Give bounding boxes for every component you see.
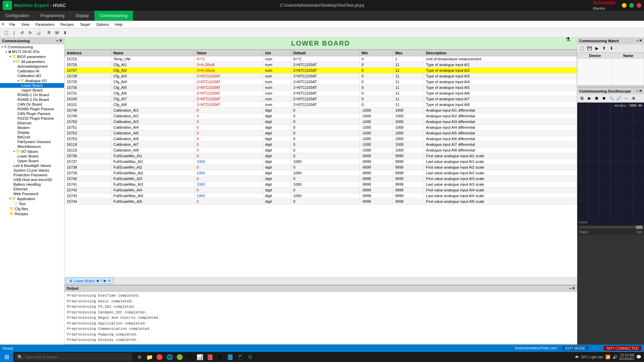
tree-item-commissioning[interactable]: ▾ ⚙ Commissioning — [0, 44, 64, 49]
cell-value[interactable]: 0 — [195, 187, 263, 193]
tree-item-can-plugin[interactable]: CAN Plugin Passive — [0, 111, 64, 116]
tree-item-bacnet[interactable]: BACnet — [0, 135, 64, 139]
search-bar[interactable]: 🔍 — [15, 353, 132, 361]
cell-value[interactable]: 0 — [195, 113, 263, 119]
tree-item-rs485-1[interactable]: RS485-1 On Board — [0, 93, 64, 97]
tree-item-misc[interactable]: Miscellaneous — [0, 144, 64, 149]
osc-icon-stop[interactable]: ⏹ — [593, 95, 600, 102]
watch-icon-3[interactable]: ▶ — [593, 45, 600, 52]
table-row[interactable]: 15729Cfg_AI42=NTC(103ATnum2=NTC(103AT011… — [65, 79, 577, 85]
table-row[interactable]: 16100Cfg_AI72=NTC(103ATnum2=NTC(103AT011… — [65, 96, 577, 102]
tree-item-usb-host[interactable]: USB-Host and microSD — [0, 177, 64, 182]
table-row[interactable]: 15726Cfg_AI13=4÷20mAnum2=NTC(103AT011Typ… — [65, 62, 577, 68]
table-row[interactable]: 15750Calibration_AI30digit0-10001000Anal… — [65, 119, 577, 125]
cell-value[interactable]: 3=4÷20mA — [195, 68, 263, 73]
osc-icon-pan[interactable]: ↔ — [623, 95, 630, 102]
tree-item-upper-board[interactable]: Upper Board — [0, 88, 64, 93]
menu-file[interactable]: File — [7, 22, 18, 27]
cell-value[interactable]: 2=NTC(103AT — [195, 73, 263, 79]
tree-item-recipes[interactable]: 📁 Recipes — [0, 211, 64, 216]
cell-value[interactable]: 1000 — [195, 182, 263, 187]
table-row[interactable]: 15737FullScaleMax_AI11000digit1000-99999… — [65, 159, 577, 165]
lower-board-close[interactable]: ✕ — [108, 279, 111, 283]
taskbar-icon-app1[interactable]: 📱 — [235, 352, 245, 362]
table-row[interactable]: 15741FullScaleMax_AI31000digit1000-99999… — [65, 182, 577, 187]
table-row[interactable]: 15728Cfg_AI32=NTC(103ATnum2=NTC(103AT011… — [65, 73, 577, 79]
tree-item-web-password[interactable]: Web Password — [0, 191, 64, 196]
tree-item-bios[interactable]: ▾ 📁 BIOS parameters — [0, 54, 64, 59]
table-row[interactable]: 15725Temp_UM0=°Cnum0=°C01Unit of tempera… — [65, 56, 577, 62]
tree-item-protection-pwd[interactable]: Protection Password — [0, 173, 64, 177]
table-row[interactable]: 15744FullScaleMin_AI50digit0-99999999Fir… — [65, 199, 577, 204]
start-button[interactable]: ⊞ — [0, 352, 13, 362]
taskbar-icon-shield[interactable]: 🛡 — [185, 352, 195, 362]
tree-item-application[interactable]: ▾ 📁 Application — [0, 196, 64, 201]
tree-item-upper-board-io[interactable]: Upper Board — [0, 159, 64, 163]
tab-configuration[interactable]: Configuration — [0, 11, 35, 21]
taskbar-icon-explorer[interactable]: 📁 — [145, 352, 154, 362]
search-input[interactable] — [25, 355, 129, 359]
tree-item-filesystem[interactable]: FileSystem Volumes — [0, 139, 64, 144]
tree-item-lower-board-selected[interactable]: Lower Board — [0, 83, 64, 88]
cell-value[interactable]: 0 — [195, 142, 263, 147]
cell-value[interactable]: 3=4÷20mA — [195, 62, 263, 68]
tree-item-system-clock[interactable]: System CLock Values — [0, 168, 64, 173]
close-button[interactable] — [637, 3, 641, 8]
taskbar-icon-task-view[interactable]: ⧉ — [135, 352, 144, 362]
taskbar-icon-word[interactable]: 📘 — [225, 352, 235, 362]
watch-icon-4[interactable]: ⬆ — [601, 45, 607, 52]
cell-value[interactable]: 2=NTC(103AT — [195, 96, 263, 102]
tab-commissioning[interactable]: Commissioning — [95, 11, 133, 21]
cell-value[interactable]: 2=NTC(103AT — [195, 85, 263, 90]
toolbar-icon-1[interactable]: 📋 — [3, 29, 9, 36]
table-row[interactable]: 15751Calibration_AI40digit0-10001000Anal… — [65, 125, 577, 130]
table-row[interactable]: 15752Calibration_AI50digit0-10001000Anal… — [65, 130, 577, 136]
watch-icon-5[interactable]: ⬇ — [608, 45, 615, 52]
table-row[interactable]: 15748Calibration_AI10digit0-10001000Anal… — [65, 108, 577, 113]
watch-icon-1[interactable]: 📋 — [579, 45, 585, 52]
menu-recipes[interactable]: Recipes — [58, 22, 76, 27]
table-row[interactable]: 15753Calibration_AI60digit0-10001000Anal… — [65, 136, 577, 142]
taskbar-icon-red[interactable]: 🔴 — [155, 352, 164, 362]
tree-item-calibration-ai[interactable]: Calibration AI — [0, 69, 64, 73]
osc-icon-play[interactable]: ▶ — [586, 95, 593, 102]
taskbar-icon-settings[interactable]: ⚙ — [215, 352, 225, 362]
tree-item-cfg-files[interactable]: 📁 Cfg files — [0, 206, 64, 211]
tree-item-all-params[interactable]: ▾ 📁 All parameters — [0, 59, 64, 64]
table-row[interactable]: 16101Cfg_AI82=NTC(103ATnum2=NTC(103AT011… — [65, 102, 577, 108]
osc-icon-rec[interactable]: ⏺ — [601, 95, 607, 102]
filter-icon[interactable]: ⚗ — [566, 38, 570, 43]
tree-item-can-board[interactable]: CAN On Board — [0, 102, 64, 107]
maximize-button[interactable] — [629, 3, 634, 8]
table-row[interactable]: 15736FullScaleMin_AI10digit0-99999999Fir… — [65, 153, 577, 159]
tree-item-ethernet-bios[interactable]: Ethernet — [0, 121, 64, 125]
osc-scroll-thumb[interactable] — [636, 226, 643, 229]
osc-icon-zoom-in[interactable]: 🔍 — [608, 95, 615, 102]
tree-item-rs485-plugin[interactable]: RS485 Plugin Passive — [0, 107, 64, 111]
taskbar-icon-hvac[interactable]: ⚙ — [246, 352, 255, 362]
toolbar-icon-3[interactable]: ↻ — [27, 29, 34, 36]
osc-scrollbar[interactable] — [577, 225, 644, 230]
taskbar-icon-browser[interactable]: 🌐 — [165, 352, 174, 362]
tree-item-rs485-2[interactable]: RS485-2 On Board — [0, 97, 64, 102]
cell-value[interactable]: 0 — [195, 130, 263, 136]
toolbar-icon-2[interactable]: | — [11, 29, 17, 36]
table-row[interactable]: 15730Cfg_AI52=NTC(103ATnum2=NTC(103AT011… — [65, 85, 577, 90]
taskbar-icon-chrome[interactable]: 🟢 — [175, 352, 184, 362]
taskbar-icon-pdf[interactable]: 📕 — [205, 352, 215, 362]
table-row[interactable]: 16119Calibration_AI80digit0-10001000Anal… — [65, 147, 577, 153]
table-row[interactable]: 16118Calibration_AI70digit0-10001000Anal… — [65, 142, 577, 147]
menu-parameters[interactable]: Parameters — [33, 22, 57, 27]
osc-icon-zoom-out[interactable]: 🔎 — [615, 95, 622, 102]
watch-icon-2[interactable]: 💾 — [586, 45, 593, 52]
table-row[interactable]: 15738FullScaleMin_AI20digit0-99999999Fir… — [65, 165, 577, 170]
table-row[interactable]: 15740FullScaleMin_AI30digit0-99999999Fir… — [65, 176, 577, 182]
lower-board-nav-right[interactable]: ? — [100, 279, 102, 283]
minimize-button[interactable] — [622, 3, 627, 8]
menu-options[interactable]: Options — [94, 22, 112, 27]
tree-item-m172[interactable]: ▾ 🖥 M172 28-42 I/Os — [0, 49, 64, 54]
lower-board-tab[interactable]: 🖥 Lower Board ◀ ? ▶ ✕ — [66, 278, 114, 284]
cell-value[interactable]: 1000 — [195, 193, 263, 199]
cell-value[interactable]: 0 — [195, 108, 263, 113]
tray-notification[interactable]: 💬 — [636, 355, 641, 359]
